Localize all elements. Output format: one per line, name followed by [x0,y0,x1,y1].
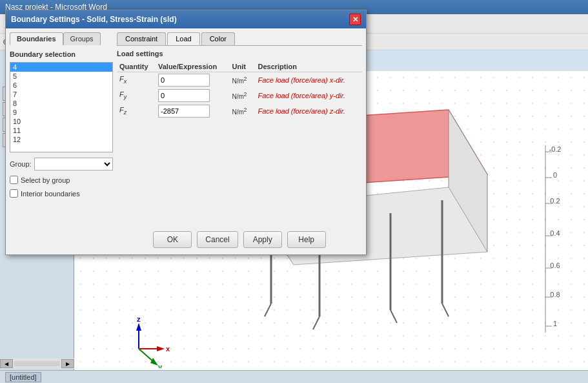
col-quantity: Quantity [117,61,156,72]
boundary-item-9[interactable]: 9 [10,108,112,117]
help-button[interactable]: Help [287,231,326,248]
value-input-fy[interactable] [158,89,210,102]
status-bar: [untitled] [0,370,588,383]
svg-text:z: z [137,315,141,323]
load-settings-label: Load settings [117,50,362,57]
boundary-item-10[interactable]: 10 [10,117,112,126]
interior-boundaries-checkbox[interactable] [10,189,18,198]
select-by-group-label: Select by group [21,176,70,184]
boundary-item-6[interactable]: 6 [10,81,112,90]
unit-fz: N/m2 [229,103,255,119]
left-panel: Boundaries Groups Boundary selection 4 5… [10,32,113,251]
col-value: Value/Expression [156,61,229,72]
unit-fy: N/m2 [229,88,255,103]
select-by-group-checkbox[interactable] [10,176,18,184]
load-row-fy: Fy N/m2 Face load (force/area) y-dir. [117,88,362,103]
value-cell-fz [156,103,229,119]
boundary-item-4[interactable]: 4 [10,63,112,72]
group-select[interactable] [34,158,113,171]
tab-boundaries[interactable]: Boundaries [10,32,63,45]
boundary-item-5[interactable]: 5 [10,72,112,81]
boundary-settings-dialog: Boundary Settings - Solid, Stress-Strain… [5,10,367,255]
value-cell-fy [156,88,229,103]
boundary-selection-label: Boundary selection [10,50,113,58]
cancel-button[interactable]: Cancel [197,231,238,248]
quantity-fx: Fx [117,72,156,88]
svg-text:x: x [166,345,170,353]
apply-button[interactable]: Apply [243,231,282,248]
select-by-group-row: Select by group [10,176,113,184]
group-label: Group: [10,160,32,168]
boundary-item-11[interactable]: 11 [10,126,112,135]
svg-text:0: 0 [553,171,557,179]
load-row-fz: Fz N/m2 Face load (force/area) z-dir. [117,103,362,119]
desc-fz: Face load (force/area) z-dir. [255,103,362,119]
col-description: Description [255,61,362,72]
subtabs: Constraint Load Color [117,32,362,46]
col-unit: Unit [229,61,255,72]
group-row: Group: [10,158,113,171]
quantity-fy: Fy [117,88,156,103]
unit-fx: N/m2 [229,72,255,88]
desc-fy: Face load (force/area) y-dir. [255,88,362,103]
desc-fx: Face load (force/area) x-dir. [255,72,362,88]
value-input-fx[interactable] [158,74,210,87]
subtab-load[interactable]: Load [167,32,199,45]
subtab-constraint[interactable]: Constraint [117,32,166,45]
svg-text:1: 1 [553,320,557,327]
right-panel: Constraint Load Color Load settings Quan… [117,32,362,251]
tab-groups[interactable]: Groups [63,32,101,45]
dialog-titlebar: Boundary Settings - Solid, Stress-Strain… [6,10,366,28]
boundary-item-8[interactable]: 8 [10,99,112,108]
quantity-fz: Fz [117,103,156,119]
boundary-list[interactable]: 4 5 6 7 8 9 10 [10,62,113,152]
status-text: [untitled] [5,372,41,382]
svg-text:y: y [158,363,163,368]
interior-boundaries-row: Interior boundaries [10,189,113,198]
dialog-buttons: OK Cancel Apply Help [117,226,362,251]
dialog-body: Boundaries Groups Boundary selection 4 5… [6,28,366,254]
ok-button[interactable]: OK [153,231,192,248]
boundary-item-7[interactable]: 7 [10,90,112,99]
value-input-fz[interactable] [158,105,210,118]
main-tabs: Boundaries Groups [10,32,113,45]
dialog-title: Boundary Settings - Solid, Stress-Strain… [11,15,177,24]
dialog-close-button[interactable]: ✕ [349,14,361,25]
spacer [117,119,362,226]
load-row-fx: Fx N/m2 Face load (force/area) x-dir. [117,72,362,88]
load-table: Quantity Value/Expression Unit Descripti… [117,61,362,119]
value-cell-fx [156,72,229,88]
boundary-item-12[interactable]: 12 [10,135,112,144]
interior-boundaries-label: Interior boundaries [21,190,80,198]
subtab-color[interactable]: Color [201,32,235,45]
